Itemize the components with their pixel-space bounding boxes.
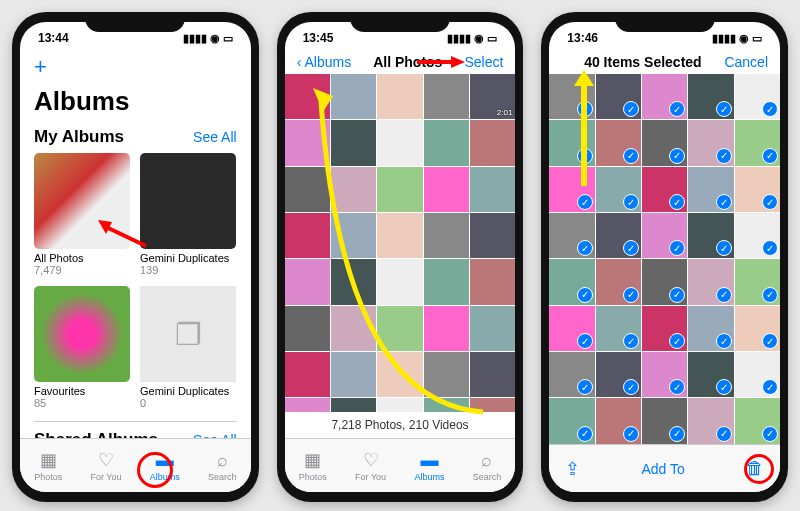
photo-cell-selected[interactable]: ✓ [642,120,687,165]
photo-cell[interactable] [331,213,376,258]
photo-cell-selected[interactable]: ✓ [688,213,733,258]
photo-cell[interactable] [470,213,515,258]
tab-foryou[interactable]: ♡For You [90,449,121,482]
photo-cell[interactable] [285,120,330,165]
tab-photos[interactable]: ▦Photos [299,449,327,482]
photo-cell-selected[interactable]: ✓ [549,352,594,397]
photo-cell-selected[interactable]: ✓ [735,120,780,165]
album-gemini-2[interactable]: ❐ Gemini Duplicates 0 [140,286,236,409]
photo-cell[interactable] [377,120,422,165]
photo-cell-selected[interactable]: ✓ [688,259,733,304]
add-to-button[interactable]: Add To [642,461,685,477]
share-button[interactable]: ⇪ [565,458,580,480]
photo-cell[interactable]: 2:01 [470,74,515,119]
tab-photos[interactable]: ▦Photos [34,449,62,482]
photo-cell[interactable] [331,167,376,212]
tab-albums[interactable]: ▬Albums [150,450,180,482]
photo-cell-selected[interactable]: ✓ [549,213,594,258]
photo-cell-selected[interactable]: ✓ [735,259,780,304]
photo-cell[interactable] [331,352,376,397]
album-favourites[interactable]: Favourites 85 [34,286,130,409]
tab-search[interactable]: ⌕Search [208,450,237,482]
photo-cell-selected[interactable]: ✓ [688,120,733,165]
photo-cell-selected[interactable]: ✓ [642,213,687,258]
photo-cell[interactable] [377,74,422,119]
add-button[interactable]: + [32,54,47,80]
photo-cell-selected[interactable]: ✓ [596,167,641,212]
photo-cell-selected[interactable]: ✓ [549,74,594,119]
photo-cell-selected[interactable]: ✓ [642,74,687,119]
photo-cell[interactable] [331,306,376,351]
photo-cell[interactable] [424,352,469,397]
album-all-photos[interactable]: All Photos 7,479 [34,153,130,276]
photo-cell-selected[interactable]: ✓ [549,306,594,351]
photo-cell-selected[interactable]: ✓ [549,120,594,165]
photo-cell[interactable] [377,398,422,412]
photo-cell-selected[interactable]: ✓ [642,167,687,212]
photo-cell[interactable] [331,259,376,304]
photo-cell[interactable] [470,352,515,397]
photo-cell[interactable] [424,167,469,212]
tab-foryou[interactable]: ♡For You [355,449,386,482]
photo-cell-selected[interactable]: ✓ [688,306,733,351]
photo-cell[interactable] [424,398,469,412]
photo-cell[interactable] [470,398,515,412]
photo-cell[interactable] [470,259,515,304]
photo-cell[interactable] [377,213,422,258]
photo-cell-selected[interactable]: ✓ [688,352,733,397]
photo-cell[interactable] [285,213,330,258]
photo-cell[interactable] [285,352,330,397]
album-gemini-1[interactable]: Gemini Duplicates 139 [140,153,236,276]
photo-cell-selected[interactable]: ✓ [549,259,594,304]
photo-cell[interactable] [285,167,330,212]
photo-cell-selected[interactable]: ✓ [735,352,780,397]
photo-cell-selected[interactable]: ✓ [549,167,594,212]
photo-cell[interactable] [377,306,422,351]
photo-cell[interactable] [377,352,422,397]
photo-cell[interactable] [424,213,469,258]
photo-cell[interactable] [377,167,422,212]
photo-cell[interactable] [331,74,376,119]
see-all-link[interactable]: See All [193,129,237,145]
photo-cell-selected[interactable]: ✓ [596,120,641,165]
photo-cell[interactable] [285,74,330,119]
photo-cell-selected[interactable]: ✓ [688,74,733,119]
photo-cell-selected[interactable]: ✓ [596,306,641,351]
photo-cell[interactable] [331,120,376,165]
cancel-button[interactable]: Cancel [724,54,768,70]
photo-cell-selected[interactable]: ✓ [688,398,733,443]
photo-cell-selected[interactable]: ✓ [596,259,641,304]
photo-cell-selected[interactable]: ✓ [735,167,780,212]
photo-cell[interactable] [470,306,515,351]
photo-cell[interactable] [470,167,515,212]
photo-cell[interactable] [285,306,330,351]
photo-cell-selected[interactable]: ✓ [735,213,780,258]
photo-cell-selected[interactable]: ✓ [596,352,641,397]
photo-cell-selected[interactable]: ✓ [688,167,733,212]
photo-cell-selected[interactable]: ✓ [596,213,641,258]
select-button[interactable]: Select [464,54,503,70]
back-button[interactable]: ‹ Albums [297,54,351,70]
trash-button[interactable]: 🗑 [746,458,764,479]
photo-cell[interactable] [424,259,469,304]
photo-cell-selected[interactable]: ✓ [642,306,687,351]
photo-cell-selected[interactable]: ✓ [549,398,594,443]
photo-cell-selected[interactable]: ✓ [735,74,780,119]
photo-cell[interactable] [424,74,469,119]
photo-cell-selected[interactable]: ✓ [735,306,780,351]
photo-cell[interactable] [377,259,422,304]
photo-cell-selected[interactable]: ✓ [642,259,687,304]
photo-cell[interactable] [424,306,469,351]
photo-cell-selected[interactable]: ✓ [596,74,641,119]
photo-cell[interactable] [470,120,515,165]
photo-cell-selected[interactable]: ✓ [735,398,780,443]
photo-cell-selected[interactable]: ✓ [642,352,687,397]
tab-albums[interactable]: ▬Albums [414,450,444,482]
photo-cell[interactable] [285,398,330,412]
photo-cell[interactable] [285,259,330,304]
photo-cell-selected[interactable]: ✓ [596,398,641,443]
tab-search[interactable]: ⌕Search [473,450,502,482]
photo-cell[interactable] [331,398,376,412]
photo-cell-selected[interactable]: ✓ [642,398,687,443]
photo-cell[interactable] [424,120,469,165]
